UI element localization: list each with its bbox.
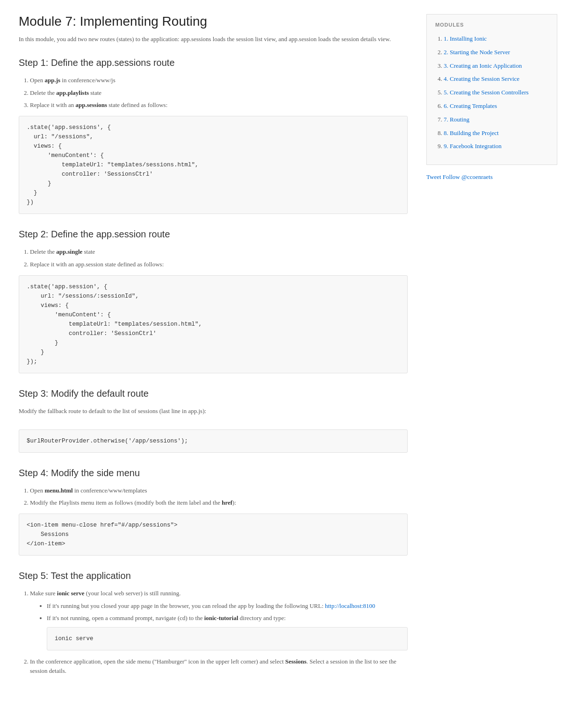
sidebar-item-building: 8. Building the Project xyxy=(444,128,548,138)
step-2-item-1: Delete the app.single state xyxy=(30,247,408,257)
sidebar-link-7[interactable]: 7. Routing xyxy=(444,116,469,123)
step-5-item-2: In the conference application, open the … xyxy=(30,657,408,677)
step-5-bold-1: ionic serve xyxy=(57,590,85,597)
step-5-bold-3: Sessions xyxy=(285,658,307,665)
sidebar-item-session-service: 4. Creating the Session Service xyxy=(444,74,548,84)
intro-paragraph: In this module, you add two new routes (… xyxy=(19,35,408,44)
step-1-list: Open app.js in conference/www/js Delete … xyxy=(30,76,408,110)
step-2-bold-1: app.single xyxy=(56,248,82,255)
step-5-sub-item-1: If it's running but you closed your app … xyxy=(47,601,408,611)
step-4-item-2: Modify the Playlists menu item as follow… xyxy=(30,498,408,508)
tweet-link[interactable]: Tweet Follow @ccoenraets xyxy=(426,173,493,180)
sidebar-link-1[interactable]: 1. Installing Ionic xyxy=(444,35,487,42)
step-1-bold-2: app.playlists xyxy=(56,89,89,96)
localhost-link[interactable]: http://localhost:8100 xyxy=(325,602,375,609)
step-4-heading: Step 4: Modify the side menu xyxy=(19,468,408,479)
sidebar-item-facebook: 9. Facebook Integration xyxy=(444,142,548,151)
sidebar-link-2[interactable]: 2. Starting the Node Server xyxy=(444,49,510,56)
step-4-item-1: Open menu.html in conference/www/templat… xyxy=(30,486,408,496)
step-4-list: Open menu.html in conference/www/templat… xyxy=(30,486,408,508)
step-4-code: <ion-item menu-close href="#/app/session… xyxy=(19,514,408,556)
step-5-item-1: Make sure ionic serve (your local web se… xyxy=(30,589,408,650)
step-2-list: Delete the app.single state Replace it w… xyxy=(30,247,408,270)
modules-nav: 1. Installing Ionic 2. Starting the Node… xyxy=(435,34,548,151)
sidebar-item-installing-ionic: 1. Installing Ionic xyxy=(444,34,548,44)
sidebar-item-node-server: 2. Starting the Node Server xyxy=(444,48,548,57)
step-4-bold-1: menu.html xyxy=(44,487,72,494)
step-3-heading: Step 3: Modify the default route xyxy=(19,388,408,400)
step-2-heading: Step 2: Define the app.session route xyxy=(19,229,408,241)
step-5-bold-2: ionic-tutorial xyxy=(204,614,238,621)
sidebar: MODULES 1. Installing Ionic 2. Starting … xyxy=(426,14,557,691)
step-1-code: .state('app.sessions', { url: "/sessions… xyxy=(19,116,408,214)
tweet-section: Tweet Follow @ccoenraets xyxy=(426,173,557,181)
step-5-heading: Step 5: Test the application xyxy=(19,571,408,582)
step-5-list: Make sure ionic serve (your local web se… xyxy=(30,589,408,676)
sidebar-link-5[interactable]: 5. Creating the Session Controllers xyxy=(444,89,529,96)
step-2-code: .state('app.session', { url: "/sessions/… xyxy=(19,275,408,373)
step-1-item-3: Replace it with an app.sessions state de… xyxy=(30,100,408,110)
step-3-pre-text: Modify the fallback route to default to … xyxy=(19,407,408,416)
step-3-section: Step 3: Modify the default route Modify … xyxy=(19,388,408,453)
step-5-section: Step 5: Test the application Make sure i… xyxy=(19,571,408,676)
page-title: Module 7: Implementing Routing xyxy=(19,14,408,29)
step-1-section: Step 1: Define the app.sessions route Op… xyxy=(19,57,408,214)
sidebar-item-session-controllers: 5. Creating the Session Controllers xyxy=(444,88,548,98)
step-4-section: Step 4: Modify the side menu Open menu.h… xyxy=(19,468,408,556)
main-content: Module 7: Implementing Routing In this m… xyxy=(19,14,408,691)
modules-label: MODULES xyxy=(435,22,548,28)
step-5-inline-code: ionic serve xyxy=(47,627,408,650)
sidebar-item-routing: 7. Routing xyxy=(444,115,548,125)
step-2-item-2: Replace it with an app.session state def… xyxy=(30,260,408,270)
step-1-item-2: Delete the app.playlists state xyxy=(30,88,408,98)
step-5-sub-list: If it's running but you closed your app … xyxy=(47,601,408,650)
step-1-heading: Step 1: Define the app.sessions route xyxy=(19,57,408,69)
step-1-bold-3: app.sessions xyxy=(75,101,107,108)
step-5-sub-item-2: If it's not running, open a command prom… xyxy=(47,614,408,650)
step-4-bold-2: href xyxy=(222,499,232,506)
sidebar-link-4[interactable]: 4. Creating the Session Service xyxy=(444,75,519,82)
step-1-item-1: Open app.js in conference/www/js xyxy=(30,76,408,86)
step-1-bold-1: app.js xyxy=(44,77,60,84)
step-3-code: $urlRouterProvider.otherwise('/app/sessi… xyxy=(19,429,408,453)
modules-list: 1. Installing Ionic 2. Starting the Node… xyxy=(444,34,548,151)
sidebar-link-6[interactable]: 6. Creating Templates xyxy=(444,102,497,109)
sidebar-item-templates: 6. Creating Templates xyxy=(444,101,548,111)
step-2-section: Step 2: Define the app.session route Del… xyxy=(19,229,408,373)
sidebar-link-8[interactable]: 8. Building the Project xyxy=(444,129,499,136)
sidebar-item-ionic-app: 3. Creating an Ionic Application xyxy=(444,61,548,71)
sidebar-link-9[interactable]: 9. Facebook Integration xyxy=(444,143,502,150)
modules-box: MODULES 1. Installing Ionic 2. Starting … xyxy=(426,14,557,165)
sidebar-link-3[interactable]: 3. Creating an Ionic Application xyxy=(444,62,522,69)
